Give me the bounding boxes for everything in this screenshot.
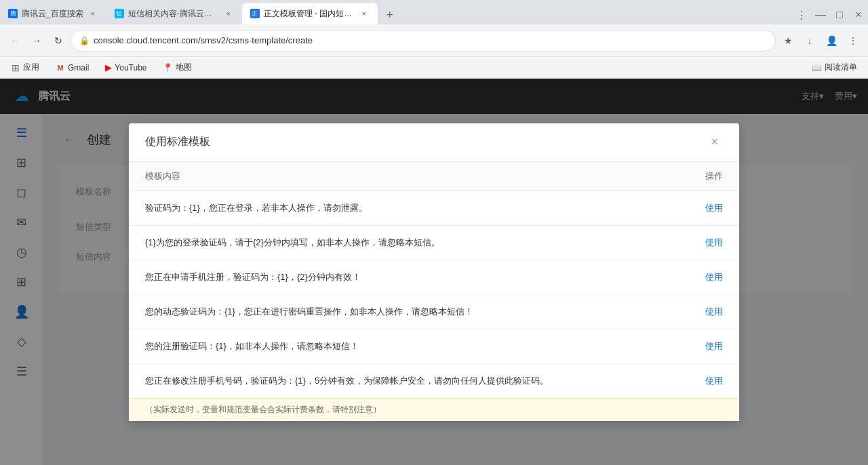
table-header: 模板内容 操作: [129, 162, 739, 191]
minimize-button[interactable]: —: [811, 5, 830, 24]
back-nav-button[interactable]: ←: [5, 31, 24, 50]
forward-nav-button[interactable]: →: [27, 31, 46, 50]
tab-1-close[interactable]: ×: [87, 8, 98, 19]
reading-list-icon: 📖: [812, 63, 822, 73]
table-cell-action-2: 使用: [676, 260, 739, 294]
use-button-5[interactable]: 使用: [705, 375, 723, 387]
account-button[interactable]: 👤: [822, 31, 841, 50]
bookmark-maps[interactable]: 📍 地图: [158, 60, 197, 75]
bookmark-maps-label: 地图: [176, 62, 192, 73]
browser-frame: 腾 腾讯云_百度搜索 × 短 短信相关内容-腾讯云搜索 × 正 正文模板管理 -…: [0, 0, 868, 465]
maximize-button[interactable]: □: [830, 5, 849, 24]
bookmark-apps-label: 应用: [23, 62, 39, 73]
table-cell-content-5: 您正在修改注册手机号码，验证码为：{1}，5分钟有效，为保障帐户安全，请勿向任何…: [129, 363, 676, 398]
table-cell-action-3: 使用: [676, 294, 739, 329]
col-header-content: 模板内容: [129, 162, 676, 191]
bookmark-star-button[interactable]: ★: [778, 31, 797, 50]
gmail-favicon: M: [56, 63, 65, 73]
table-cell-action-0: 使用: [676, 190, 739, 225]
table-cell-content-0: 验证码为：{1}，您正在登录，若非本人操作，请勿泄露。: [129, 190, 676, 225]
address-text: console.cloud.tencent.com/smsv2/csms-tem…: [94, 35, 313, 45]
use-button-3[interactable]: 使用: [705, 306, 723, 318]
page-content: ☁ 腾讯云 支持▾ 费用▾ ☰ ⊞ ◻ ✉ ◷ ⊞ 👤 ◇: [0, 79, 868, 465]
bottom-hint: （实际发送时，变量和规范变量会合实际计费条数，请特别注意）: [129, 398, 739, 421]
tab-3[interactable]: 正 正文模板管理 - 国内短信 - 短信 - 腾... ×: [242, 3, 378, 24]
reading-list-label: 阅读清单: [825, 62, 857, 73]
use-button-0[interactable]: 使用: [705, 202, 723, 214]
tab-2[interactable]: 短 短信相关内容-腾讯云搜索 ×: [106, 3, 242, 24]
table-row: 您的动态验证码为：{1}，您正在进行密码重置操作，如非本人操作，请忽略本短信！ …: [129, 294, 739, 329]
use-button-4[interactable]: 使用: [705, 340, 723, 352]
close-window-button[interactable]: ×: [849, 5, 868, 24]
table-cell-action-5: 使用: [676, 363, 739, 398]
browser-menu-button[interactable]: ⋮: [792, 5, 811, 24]
tab-1-favicon: 腾: [8, 9, 18, 18]
tab-1[interactable]: 腾 腾讯云_百度搜索 ×: [0, 3, 106, 24]
bookmark-youtube-label: YouTube: [115, 63, 146, 73]
table-cell-content-1: {1}为您的登录验证码，请于{2}分钟内填写，如非本人操作，请忽略本短信。: [129, 225, 676, 260]
modal-body: 模板内容 操作 验证码为：{1}，您正在登录，若非本人操作，请勿泄露。 使用 {…: [129, 162, 739, 421]
template-table: 模板内容 操作 验证码为：{1}，您正在登录，若非本人操作，请勿泄露。 使用 {…: [129, 162, 739, 398]
bottom-hint-text: （实际发送时，变量和规范变量会合实际计费条数，请特别注意）: [145, 405, 381, 414]
modal-title: 使用标准模板: [145, 135, 210, 149]
tab-3-favicon: 正: [250, 9, 260, 18]
bookmark-gmail-label: Gmail: [68, 63, 89, 73]
table-row: 您正在修改注册手机号码，验证码为：{1}，5分钟有效，为保障帐户安全，请勿向任何…: [129, 363, 739, 398]
tab-2-title: 短信相关内容-腾讯云搜索: [128, 8, 219, 20]
tab-1-title: 腾讯云_百度搜索: [22, 8, 83, 20]
browser-settings-button[interactable]: ⋮: [844, 31, 863, 50]
col-header-action: 操作: [676, 162, 739, 191]
modal-dialog: 使用标准模板 × 模板内容 操作 验证码为：{1}，您正在登录，若: [129, 123, 739, 421]
maps-favicon: 📍: [163, 63, 173, 73]
table-cell-content-3: 您的动态验证码为：{1}，您正在进行密码重置操作，如非本人操作，请忽略本短信！: [129, 294, 676, 329]
bookmarks-bar: ⊞ 应用 M Gmail ▶ YouTube 📍 地图 📖 阅读清单: [0, 57, 868, 79]
youtube-favicon: ▶: [105, 62, 112, 73]
modal-header: 使用标准模板 ×: [129, 123, 739, 162]
tab-3-close[interactable]: ×: [359, 8, 370, 19]
template-table-body: 验证码为：{1}，您正在登录，若非本人操作，请勿泄露。 使用 {1}为您的登录验…: [129, 190, 739, 398]
use-button-1[interactable]: 使用: [705, 237, 723, 249]
table-row: {1}为您的登录验证码，请于{2}分钟内填写，如非本人操作，请忽略本短信。 使用: [129, 225, 739, 260]
reading-list-button[interactable]: 📖 阅读清单: [806, 60, 863, 75]
new-tab-button[interactable]: +: [380, 5, 399, 24]
download-button[interactable]: ↓: [800, 31, 819, 50]
address-bar: ← → ↻ 🔒 console.cloud.tencent.com/smsv2/…: [0, 24, 868, 57]
table-cell-content-2: 您正在申请手机注册，验证码为：{1}，{2}分钟内有效！: [129, 260, 676, 294]
table-row: 您正在申请手机注册，验证码为：{1}，{2}分钟内有效！ 使用: [129, 260, 739, 294]
apps-favicon: ⊞: [11, 63, 20, 73]
table-cell-action-1: 使用: [676, 225, 739, 260]
tab-2-close[interactable]: ×: [223, 8, 234, 19]
table-cell-content-4: 您的注册验证码：{1}，如非本人操作，请忽略本短信！: [129, 329, 676, 363]
table-row: 验证码为：{1}，您正在登录，若非本人操作，请勿泄露。 使用: [129, 190, 739, 225]
tab-3-title: 正文模板管理 - 国内短信 - 短信 - 腾...: [264, 8, 355, 20]
ssl-lock-icon: 🔒: [79, 36, 90, 45]
use-button-2[interactable]: 使用: [705, 271, 723, 283]
modal-overlay: 使用标准模板 × 模板内容 操作 验证码为：{1}，您正在登录，若: [0, 79, 868, 465]
table-row: 您的注册验证码：{1}，如非本人操作，请忽略本短信！ 使用: [129, 329, 739, 363]
bookmark-gmail[interactable]: M Gmail: [50, 62, 94, 74]
modal-close-button[interactable]: ×: [707, 134, 723, 150]
table-cell-action-4: 使用: [676, 329, 739, 363]
bookmark-apps[interactable]: ⊞ 应用: [5, 60, 45, 75]
bookmark-youtube[interactable]: ▶ YouTube: [100, 61, 152, 74]
address-input[interactable]: 🔒 console.cloud.tencent.com/smsv2/csms-t…: [71, 30, 776, 52]
tab-bar: 腾 腾讯云_百度搜索 × 短 短信相关内容-腾讯云搜索 × 正 正文模板管理 -…: [0, 0, 868, 24]
reload-button[interactable]: ↻: [49, 31, 68, 50]
tab-2-favicon: 短: [115, 9, 124, 18]
